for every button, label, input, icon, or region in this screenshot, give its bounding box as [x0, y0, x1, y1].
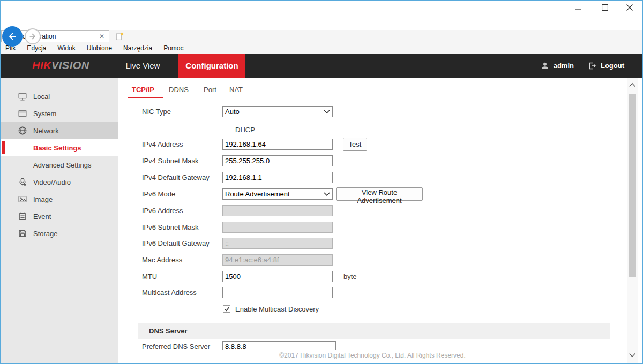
logout-icon — [588, 62, 596, 70]
mac-address-label: Mac Address — [142, 256, 182, 264]
ipv4-mask-input[interactable] — [222, 155, 333, 166]
tab-divider-line — [128, 98, 623, 98]
multicast-discovery-label: Enable Multicast Discovery — [235, 305, 319, 313]
title-bar — [0, 0, 643, 15]
dns-server-section-header: DNS Server — [138, 323, 610, 339]
menu-view[interactable]: Widok — [57, 44, 75, 52]
config-content: TCP/IP DDNS Port NAT NIC Type Auto DHCP … — [118, 78, 643, 364]
microphone-icon — [18, 177, 27, 187]
browser-window: http://192.168.1.64/doc/page/config.asp — [0, 0, 643, 364]
ipv6-gateway-input — [222, 238, 333, 249]
ipv6-gateway-label: IPv6 Default Gateway — [142, 239, 210, 247]
ipv6-mode-select[interactable]: Route Advertisement — [222, 188, 333, 200]
notepad-icon — [18, 211, 27, 221]
copyright-text: ©2017 Hikvision Digital Technology Co., … — [279, 352, 465, 359]
monitor-icon — [18, 92, 27, 101]
user-chip: admin — [541, 62, 574, 70]
menu-edit[interactable]: Edycja — [27, 44, 46, 52]
sidebar-item-image[interactable]: Image — [0, 191, 118, 208]
form-row-ipv6-mask: IPv6 Subnet Mask — [118, 222, 547, 234]
mtu-unit-label: byte — [343, 272, 357, 280]
ipv6-mask-input — [222, 222, 333, 233]
ipv6-address-label: IPv6 Address — [142, 207, 183, 215]
tab-tcpip[interactable]: TCP/IP — [132, 86, 154, 96]
chevron-down-icon — [629, 353, 636, 358]
browser-tab-strip: Configuration ✕ — [0, 30, 643, 42]
window-icon — [18, 109, 27, 118]
sidebar-item-storage[interactable]: Storage — [0, 225, 118, 242]
menu-tools[interactable]: Narzędzia — [123, 44, 152, 52]
form-row-nic-type: NIC Type Auto — [118, 106, 547, 119]
ipv6-address-input — [222, 205, 333, 216]
menu-help[interactable]: Pomoc — [163, 44, 183, 52]
dhcp-checkbox[interactable] — [223, 126, 230, 133]
sidebar: Local System Network Basic Settings Adva… — [0, 78, 118, 364]
logout-button[interactable]: Logout — [588, 62, 624, 70]
sidebar-item-basic-settings[interactable]: Basic Settings — [0, 139, 118, 156]
form-row-dhcp: DHCP — [118, 125, 547, 138]
app-header: HIKVISION Live View Configuration admin … — [0, 54, 643, 78]
form-row-mac-address: Mac Address — [118, 254, 547, 267]
form-row-mtu: MTU byte — [118, 271, 547, 284]
multicast-address-label: Multicast Address — [142, 289, 197, 297]
nic-type-select[interactable]: Auto — [222, 106, 333, 117]
dhcp-label: DHCP — [235, 126, 255, 134]
view-route-advertisement-button[interactable]: View Route Advertisement — [336, 187, 423, 201]
footer: ©2017 Hikvision Digital Technology Co., … — [118, 350, 627, 364]
ipv4-address-input[interactable] — [222, 139, 333, 150]
tab-ddns[interactable]: DDNS — [169, 86, 189, 96]
checkmark-icon — [224, 306, 230, 312]
form-row-ipv6-address: IPv6 Address — [118, 205, 547, 218]
multicast-address-input[interactable] — [222, 287, 333, 298]
sidebar-item-video-audio[interactable]: Video/Audio — [0, 173, 118, 191]
hikvision-logo: HIKVISION — [32, 54, 89, 78]
maximize-button[interactable] — [596, 2, 614, 13]
page-scrollbar[interactable] — [627, 78, 638, 364]
browser-menubar: Plik Edycja Widok Ulubione Narzędzia Pom… — [0, 42, 643, 54]
tab-nat[interactable]: NAT — [229, 86, 243, 96]
mtu-input[interactable] — [222, 271, 333, 282]
mtu-label: MTU — [142, 272, 157, 280]
test-button[interactable]: Test — [343, 138, 367, 151]
dns-server-title: DNS Server — [138, 327, 188, 335]
scroll-down-button[interactable] — [627, 349, 638, 361]
close-button[interactable] — [620, 2, 639, 13]
scroll-up-button[interactable] — [627, 79, 638, 90]
chevron-down-icon — [324, 110, 330, 113]
multicast-discovery-checkbox[interactable] — [223, 305, 230, 313]
nav-live-view[interactable]: Live View — [107, 54, 178, 78]
tab-close-icon[interactable]: ✕ — [95, 33, 109, 40]
sidebar-item-local[interactable]: Local — [0, 88, 118, 105]
sidebar-item-system[interactable]: System — [0, 105, 118, 122]
minimize-button[interactable] — [569, 2, 587, 13]
user-icon — [541, 62, 549, 70]
image-icon — [18, 194, 27, 204]
nav-configuration[interactable]: Configuration — [178, 54, 245, 78]
back-arrow-icon — [7, 31, 18, 42]
nic-type-label: NIC Type — [142, 108, 171, 116]
mac-address-input — [222, 254, 333, 266]
new-tab-button[interactable] — [114, 32, 125, 41]
form-row-multicast-discovery: Enable Multicast Discovery — [118, 304, 547, 317]
user-area: admin Logout — [541, 54, 624, 78]
maximize-icon — [602, 4, 608, 11]
floppy-icon — [18, 229, 27, 238]
form-row-ipv4-gateway: IPv4 Default Gateway — [118, 172, 547, 185]
sidebar-item-advanced-settings[interactable]: Advanced Settings — [0, 156, 118, 173]
scrollbar-thumb[interactable] — [629, 94, 636, 277]
tab-port[interactable]: Port — [204, 86, 216, 96]
ipv4-gateway-input[interactable] — [222, 172, 333, 183]
menu-favorites[interactable]: Ulubione — [87, 44, 112, 52]
sidebar-item-event[interactable]: Event — [0, 208, 118, 225]
chevron-down-icon — [324, 192, 330, 196]
sidebar-item-network[interactable]: Network — [0, 122, 118, 139]
chevron-up-icon — [629, 82, 636, 87]
ipv4-gateway-label: IPv4 Default Gateway — [142, 173, 210, 181]
forward-button[interactable] — [25, 28, 41, 44]
close-icon — [626, 4, 633, 11]
browser-navbar: http://192.168.1.64/doc/page/config.asp — [0, 15, 643, 30]
back-button[interactable] — [2, 26, 23, 47]
minimize-icon — [575, 5, 581, 11]
ipv4-address-label: IPv4 Address — [142, 140, 183, 148]
ipv6-mode-label: IPv6 Mode — [142, 190, 175, 198]
